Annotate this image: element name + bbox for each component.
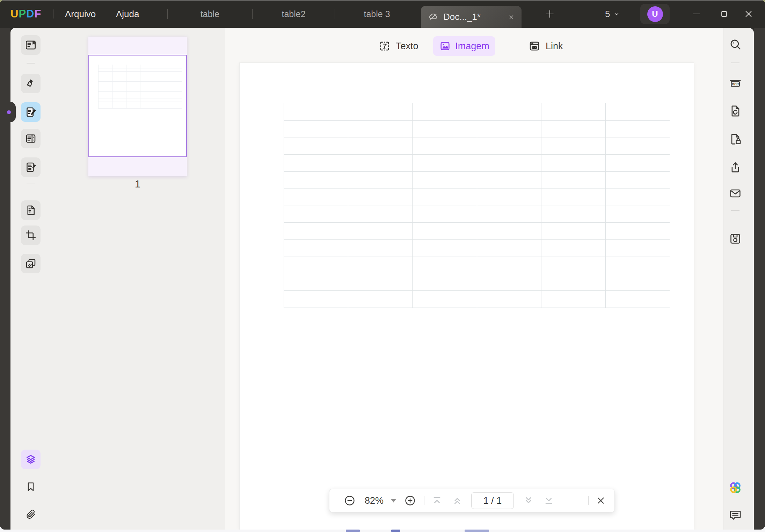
next-page-button[interactable] <box>523 495 534 506</box>
share-icon <box>728 160 742 174</box>
right-sidebar: OCR <box>723 28 754 530</box>
organize-pages-button[interactable] <box>21 129 41 148</box>
ai-assistant-icon <box>728 480 743 495</box>
pdf-page[interactable] <box>240 63 694 530</box>
logo-letter: D <box>26 8 34 20</box>
last-page-button[interactable] <box>543 495 554 506</box>
crop-button[interactable] <box>21 226 41 245</box>
previous-page-button[interactable] <box>452 495 463 506</box>
tab-doc1-active[interactable]: Doc..._1* <box>421 6 522 28</box>
edit-pdf-button[interactable] <box>21 102 41 122</box>
forms-icon <box>24 161 37 173</box>
thumbnail-page-number: 1 <box>88 178 187 190</box>
first-page-button[interactable] <box>431 495 443 506</box>
image-tool-label: Imagem <box>455 41 489 52</box>
annotate-button[interactable] <box>21 74 41 93</box>
feedback-button[interactable] <box>728 508 742 522</box>
divider <box>27 63 35 64</box>
window-frame-right <box>754 28 765 530</box>
maximize-button[interactable] <box>714 0 734 28</box>
link-tool-icon <box>528 40 541 52</box>
divider <box>53 9 53 19</box>
bookmarks-panel-button[interactable] <box>21 477 41 496</box>
attachments-panel-button[interactable] <box>21 504 41 524</box>
reader-mode-button[interactable] <box>21 35 41 55</box>
zoom-dropdown-caret[interactable] <box>391 498 396 503</box>
window-frame-left <box>0 28 10 530</box>
watermark-icon <box>24 257 37 270</box>
save-icon <box>728 232 742 246</box>
edit-image-button-active[interactable]: Imagem <box>433 36 495 56</box>
divider <box>731 62 740 63</box>
page-indicator[interactable]: 1 / 1 <box>471 492 514 509</box>
tab-count-dropdown[interactable]: 5 <box>605 0 620 28</box>
zoom-in-button[interactable] <box>404 494 416 507</box>
active-tool-notch <box>10 102 16 122</box>
convert-file-button[interactable] <box>728 104 742 118</box>
ai-assistant-button[interactable] <box>728 481 742 495</box>
convert-page-button[interactable] <box>21 200 41 220</box>
active-tool-indicator-dot <box>7 110 11 114</box>
search-button[interactable] <box>728 37 742 51</box>
page-thumbnail[interactable] <box>88 37 187 176</box>
share-button[interactable] <box>728 160 742 174</box>
reader-icon <box>24 39 37 51</box>
save-button[interactable] <box>728 232 742 246</box>
tab-close-icon[interactable] <box>508 14 515 20</box>
edit-icon <box>24 106 37 118</box>
updf-window: UPDF Arquivo Ajuda table table2 table 3 … <box>0 0 765 530</box>
taskbar-sliver <box>465 530 489 532</box>
thumbnail-margin-top <box>88 37 187 55</box>
taskbar-sliver <box>346 530 360 532</box>
text-tool-icon <box>378 40 391 52</box>
tab-table[interactable]: table <box>168 0 252 28</box>
thumbnail-margin-bottom <box>88 157 187 176</box>
close-toolbar-button[interactable] <box>596 495 606 506</box>
close-button[interactable] <box>739 0 758 28</box>
edit-link-button[interactable]: Link <box>528 36 563 56</box>
document-table <box>284 103 670 308</box>
thumbnails-panel-button[interactable] <box>21 450 41 469</box>
divider <box>27 184 35 184</box>
minimize-button[interactable] <box>687 0 706 28</box>
comment-icon <box>728 508 742 522</box>
menu-arquivo[interactable]: Arquivo <box>65 0 96 28</box>
cloud-offline-icon <box>428 12 438 22</box>
thumbnail-viewport-outline <box>88 55 187 157</box>
divider <box>678 9 678 19</box>
highlighter-icon <box>24 77 37 90</box>
account-button[interactable]: U <box>640 4 670 24</box>
zoom-level[interactable]: 82% <box>362 495 387 506</box>
edit-text-button[interactable]: Texto <box>378 36 418 56</box>
main-content: 1 Texto <box>0 28 765 530</box>
new-tab-button[interactable] <box>544 8 556 20</box>
chevron-down-icon <box>613 11 620 17</box>
logo-letter: U <box>10 8 19 20</box>
convert-file-icon <box>728 104 742 118</box>
image-tool-icon <box>439 40 451 52</box>
divider <box>731 210 740 211</box>
protect-button[interactable] <box>728 132 742 146</box>
zoom-out-button[interactable] <box>343 494 356 507</box>
avatar: U <box>647 6 663 22</box>
menu-ajuda[interactable]: Ajuda <box>116 0 139 28</box>
ocr-button[interactable]: OCR <box>728 76 742 90</box>
tab-table3[interactable]: table 3 <box>335 0 419 28</box>
forms-button[interactable] <box>21 157 41 177</box>
paperclip-icon <box>25 508 37 520</box>
email-button[interactable] <box>728 186 742 200</box>
taskbar-sliver <box>391 530 400 532</box>
divider <box>588 496 589 505</box>
tab-table2[interactable]: table2 <box>253 0 335 28</box>
text-tool-label: Texto <box>396 41 418 52</box>
view-toolbar: 82% 1 / 1 <box>329 489 615 512</box>
ocr-label: OCR <box>732 82 739 86</box>
active-tab-title: Doc..._1* <box>443 12 508 22</box>
logo-letter: P <box>19 8 26 20</box>
app-logo: UPDF <box>10 0 41 28</box>
ocr-icon: OCR <box>728 76 742 90</box>
thumbnail-table-preview <box>98 65 182 108</box>
link-tool-label: Link <box>546 41 563 52</box>
watermark-button[interactable] <box>21 254 41 273</box>
desktop: UPDF Arquivo Ajuda table table2 table 3 … <box>0 0 765 532</box>
